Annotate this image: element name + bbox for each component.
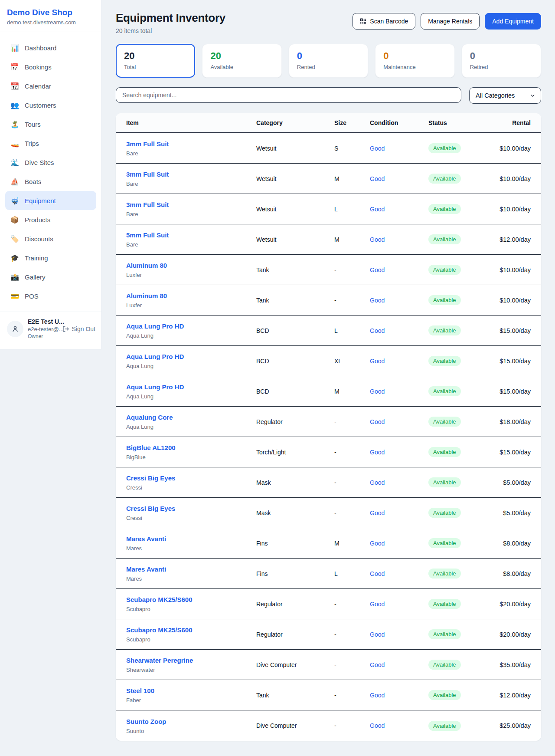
sidebar-item-label: Discounts [25, 235, 53, 243]
sidebar-item-training[interactable]: 🎓Training [5, 248, 96, 267]
item-cell: Aluminum 80Luxfer [126, 261, 256, 278]
category-select[interactable]: All Categories [469, 87, 541, 104]
item-name-link[interactable]: Cressi Big Eyes [126, 474, 256, 483]
items-total: 20 items total [116, 27, 225, 34]
sidebar-item-equipment[interactable]: 🤿Equipment [5, 191, 96, 210]
sidebar-item-label: Calendar [25, 82, 51, 90]
item-cell: 3mm Full SuitBare [126, 201, 256, 217]
item-name-link[interactable]: Mares Avanti [126, 535, 256, 543]
sign-out-button[interactable]: Sign Out [62, 325, 95, 332]
sidebar-item-label: Dashboard [25, 44, 56, 52]
sidebar-item-bookings[interactable]: 📅Bookings [5, 57, 96, 76]
sidebar-item-label: Customers [25, 102, 56, 109]
condition-link[interactable]: Good [370, 722, 385, 729]
size-cell: - [334, 661, 370, 668]
stat-card-maintenance[interactable]: 0Maintenance [375, 44, 454, 78]
rental-cell: $10.00/day [491, 206, 531, 213]
category-cell: Tank [256, 297, 334, 304]
condition-link[interactable]: Good [370, 388, 385, 395]
item-name-link[interactable]: Aqualung Core [126, 413, 256, 422]
stat-card-available[interactable]: 20Available [202, 44, 281, 78]
condition-link[interactable]: Good [370, 601, 385, 608]
condition-cell: Good [370, 509, 428, 517]
item-brand: Aqua Lung [126, 393, 256, 400]
item-name-link[interactable]: Aluminum 80 [126, 292, 256, 300]
status-cell: Available [428, 174, 491, 184]
status-cell: Available [428, 599, 491, 609]
condition-link[interactable]: Good [370, 540, 385, 547]
condition-link[interactable]: Good [370, 418, 385, 425]
column-header-status: Status [428, 119, 491, 126]
item-name-link[interactable]: Mares Avanti [126, 565, 256, 574]
condition-cell: Good [370, 175, 428, 183]
item-name-link[interactable]: Scubapro MK25/S600 [126, 595, 256, 604]
condition-link[interactable]: Good [370, 661, 385, 668]
condition-link[interactable]: Good [370, 327, 385, 334]
item-brand: Suunto [126, 728, 256, 734]
sidebar-item-calendar[interactable]: 📆Calendar [5, 76, 96, 95]
item-name-link[interactable]: Aqua Lung Pro HD [126, 383, 256, 391]
sidebar-item-trips[interactable]: 🚤Trips [5, 134, 96, 153]
item-brand: Aqua Lung [126, 363, 256, 369]
condition-link[interactable]: Good [370, 175, 385, 182]
condition-link[interactable]: Good [370, 297, 385, 304]
status-badge: Available [428, 477, 461, 487]
user-meta: E2E Test U... e2e-tester@... Owner [28, 318, 58, 339]
status-badge: Available [428, 599, 461, 609]
rental-cell: $15.00/day [491, 327, 531, 334]
condition-link[interactable]: Good [370, 509, 385, 516]
sidebar-item-customers[interactable]: 👥Customers [5, 95, 96, 115]
size-cell: - [334, 449, 370, 456]
sidebar-item-tours[interactable]: 🏝️Tours [5, 115, 96, 134]
size-cell: L [334, 206, 370, 213]
sidebar-item-discounts[interactable]: 🏷️Discounts [5, 229, 96, 248]
item-name-link[interactable]: Aluminum 80 [126, 261, 256, 270]
scan-barcode-button[interactable]: Scan Barcode [353, 13, 415, 30]
condition-link[interactable]: Good [370, 479, 385, 486]
item-name-link[interactable]: 3mm Full Suit [126, 170, 256, 179]
stat-card-retired[interactable]: 0Retired [462, 44, 541, 78]
item-brand: BigBlue [126, 454, 256, 460]
column-header-category: Category [256, 119, 334, 126]
item-name-link[interactable]: Suunto Zoop [126, 717, 256, 726]
item-name-link[interactable]: 3mm Full Suit [126, 140, 256, 148]
category-cell: Mask [256, 509, 334, 516]
condition-link[interactable]: Good [370, 570, 385, 577]
item-name-link[interactable]: 5mm Full Suit [126, 231, 256, 240]
condition-link[interactable]: Good [370, 692, 385, 699]
item-name-link[interactable]: Aqua Lung Pro HD [126, 352, 256, 361]
search-input[interactable] [116, 87, 461, 103]
condition-link[interactable]: Good [370, 206, 385, 213]
item-name-link[interactable]: 3mm Full Suit [126, 201, 256, 209]
condition-link[interactable]: Good [370, 236, 385, 243]
condition-link[interactable]: Good [370, 449, 385, 456]
condition-cell: Good [370, 327, 428, 335]
item-name-link[interactable]: Shearwater Peregrine [126, 656, 256, 665]
condition-link[interactable]: Good [370, 358, 385, 365]
table-row: BigBlue AL1200BigBlueTorch/Light-GoodAva… [116, 437, 541, 467]
sidebar-item-dive-sites[interactable]: 🌊Dive Sites [5, 153, 96, 172]
add-equipment-button[interactable]: Add Equipment [485, 13, 541, 30]
condition-link[interactable]: Good [370, 266, 385, 273]
category-cell: Mask [256, 479, 334, 486]
item-name-link[interactable]: BigBlue AL1200 [126, 444, 256, 452]
condition-link[interactable]: Good [370, 145, 385, 152]
item-name-link[interactable]: Aqua Lung Pro HD [126, 322, 256, 331]
sidebar-item-dashboard[interactable]: 📊Dashboard [5, 38, 96, 57]
item-name-link[interactable]: Steel 100 [126, 687, 256, 695]
customers-icon: 👥 [10, 101, 19, 109]
sidebar-item-products[interactable]: 📦Products [5, 210, 96, 229]
rental-cell: $5.00/day [491, 509, 531, 516]
item-name-link[interactable]: Cressi Big Eyes [126, 504, 256, 513]
sidebar-item-gallery[interactable]: 📸Gallery [5, 267, 96, 286]
condition-link[interactable]: Good [370, 631, 385, 638]
stat-card-rented[interactable]: 0Rented [289, 44, 368, 78]
manage-rentals-button[interactable]: Manage Rentals [421, 13, 480, 30]
condition-cell: Good [370, 448, 428, 456]
stat-card-total[interactable]: 20Total [116, 44, 195, 78]
sidebar-item-boats[interactable]: ⛵Boats [5, 172, 96, 191]
size-cell: - [334, 418, 370, 425]
sidebar-item-pos[interactable]: 💳POS [5, 286, 96, 306]
item-name-link[interactable]: Scubapro MK25/S600 [126, 626, 256, 634]
rental-cell: $10.00/day [491, 145, 531, 152]
